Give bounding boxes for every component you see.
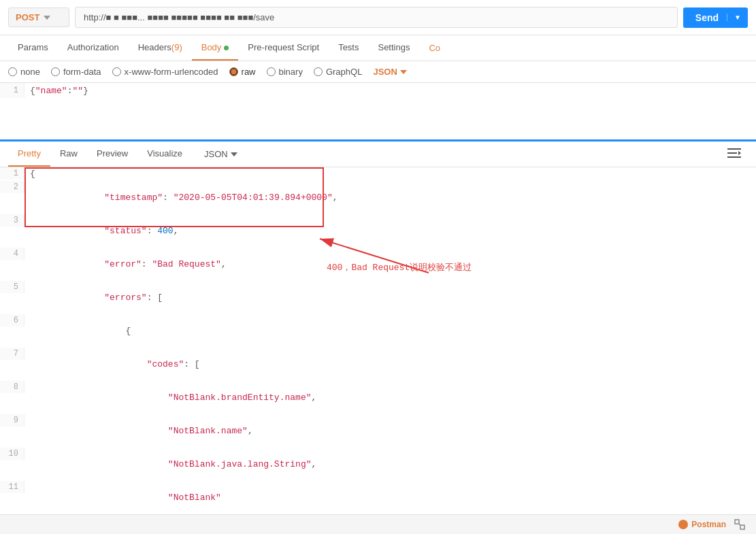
option-raw[interactable]: raw [229,67,256,77]
option-form-data[interactable]: form-data [51,67,101,77]
resp-tab-raw[interactable]: Raw [50,141,87,167]
method-select[interactable]: POST [8,7,69,27]
tab-pre-request[interactable]: Pre-request Script [238,35,329,61]
request-body-editor[interactable]: 1 {"name":""} [0,83,756,141]
editor-line-1: 1 {"name":""} [0,83,756,99]
resp-line-7: 7 "codes": [ [0,348,756,381]
resp-line-5: 5 "errors": [ [0,281,756,314]
line-number-1: 1 [0,83,24,98]
resp-line-4: 4 "error": "Bad Request", [0,248,756,281]
response-tabs: Pretty Raw Preview Visualize JSON [0,141,756,167]
line-content-1[interactable]: {"name":""} [24,83,756,99]
url-input[interactable] [75,7,678,28]
response-body[interactable]: 1 { 2 "timestamp": "2020-05-05T04:01:39.… [0,167,756,534]
expand-icon[interactable] [734,519,745,530]
body-options: none form-data x-www-form-urlencoded raw… [0,61,756,83]
svg-marker-2 [231,152,237,156]
tab-headers[interactable]: Headers(9) [129,35,192,61]
send-label: Send [695,12,727,23]
resp-line-2: 2 "timestamp": "2020-05-05T04:01:39.894+… [0,181,756,214]
resp-line-11: 11 "NotBlank" [0,481,756,514]
tab-authorization[interactable]: Authorization [58,35,129,61]
wrap-lines-icon [727,148,741,158]
tab-cookies[interactable]: Co [419,36,450,60]
resp-format-dropdown-icon [231,151,237,158]
svg-marker-0 [44,16,50,20]
send-button[interactable]: Send ▼ [683,7,748,28]
url-bar: POST Send ▼ [0,0,756,35]
resp-line-10: 10 "NotBlank.java.lang.String", [0,448,756,481]
svg-point-9 [678,520,688,529]
option-graphql[interactable]: GraphQL [314,67,362,77]
resp-line-8: 8 "NotBlank.brandEntity.name", [0,381,756,414]
svg-rect-10 [735,520,739,524]
method-label: POST [16,12,39,22]
json-format-select[interactable]: JSON [373,67,406,77]
resp-tab-preview[interactable]: Preview [87,141,137,167]
option-urlencoded[interactable]: x-www-form-urlencoded [112,67,218,77]
request-tabs: Params Authorization Headers(9) Body Pre… [0,35,756,61]
postman-icon [678,520,688,529]
tab-settings[interactable]: Settings [368,35,419,61]
svg-rect-11 [740,525,744,529]
resp-line-1: 1 { [0,167,756,181]
resp-line-9: 9 "NotBlank.name", [0,414,756,448]
resp-tab-pretty[interactable]: Pretty [8,141,50,167]
resp-line-6: 6 { [0,314,756,348]
svg-rect-3 [727,148,741,150]
response-section: Pretty Raw Preview Visualize JSON [0,141,756,534]
bottom-bar: Postman [0,514,756,534]
dropdown-arrow-icon [44,14,50,21]
tab-tests[interactable]: Tests [329,35,368,61]
response-body-wrapper: 400，Bad Request说明校验不通过 1 { 2 "timestamp"… [0,167,756,534]
body-active-dot [224,46,229,50]
svg-line-12 [739,524,740,525]
tab-body[interactable]: Body [192,35,239,61]
resp-wrap-button[interactable] [721,144,748,165]
option-none[interactable]: none [8,67,40,77]
svg-rect-4 [727,152,737,154]
postman-logo: Postman [678,520,726,529]
send-dropdown-arrow[interactable]: ▼ [727,14,748,21]
json-dropdown-icon [400,69,407,76]
svg-marker-1 [400,70,407,74]
svg-marker-6 [738,151,741,155]
resp-line-3: 3 "status": 400, [0,214,756,248]
svg-rect-5 [727,156,741,158]
tab-params[interactable]: Params [8,35,58,61]
resp-format-select[interactable]: JSON [197,144,244,165]
option-binary[interactable]: binary [267,67,303,77]
resp-tab-visualize[interactable]: Visualize [137,141,192,167]
postman-label: Postman [691,520,726,529]
